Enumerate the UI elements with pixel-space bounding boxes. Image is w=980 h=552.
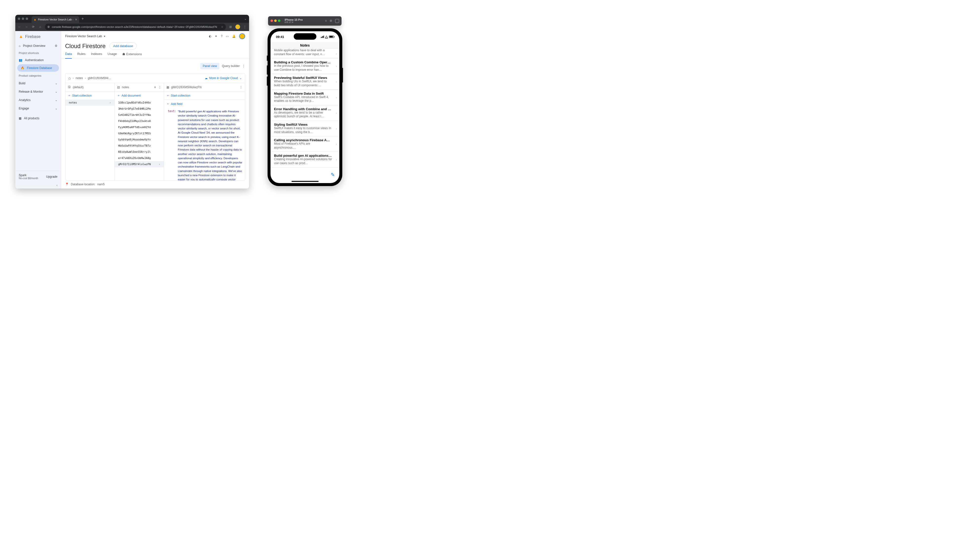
note-cell[interactable]: Build powerful gen AI applications…Creat… xyxy=(270,152,339,167)
start-collection-button[interactable]: ＋Start collection xyxy=(65,91,115,100)
document-id: 1GBsc1pw8Gdfd6uI446o xyxy=(118,101,151,104)
breadcrumb-document[interactable]: gMrO1fIiXM5f4l… xyxy=(88,76,111,80)
note-cell[interactable]: Building a Custom Combine Operat…In the … xyxy=(270,59,339,74)
start-subcollection-button[interactable]: ＋Start collection xyxy=(164,91,245,100)
reload-icon[interactable]: ⟳ xyxy=(31,25,35,29)
simulator-screen-icon[interactable] xyxy=(335,19,339,23)
home-icon[interactable]: ⌂ xyxy=(38,25,42,29)
sidebar-item-all-products[interactable]: ▦ All products xyxy=(15,114,61,122)
breadcrumb-home-icon[interactable]: ⌂ xyxy=(68,76,71,80)
spark-icon[interactable]: ✦ xyxy=(215,35,217,38)
more-menu-icon[interactable]: ⋮ xyxy=(158,86,161,89)
tab-data[interactable]: Data xyxy=(65,52,72,59)
breadcrumb-collection[interactable]: notes xyxy=(76,76,83,80)
note-cell[interactable]: Mobile applications have to deal with a … xyxy=(270,49,339,59)
filter-icon[interactable]: ≡ xyxy=(154,86,156,89)
note-cell[interactable]: Mapping Firestore Data in SwiftSwift's C… xyxy=(270,90,339,105)
notifications-icon[interactable]: 🔔 xyxy=(232,35,236,38)
chevron-down-icon: ⌄ xyxy=(55,98,57,102)
window-traffic-lights[interactable] xyxy=(270,19,282,22)
document-row[interactable]: 3HdrUrDFgS7eE4HRi2Pm xyxy=(115,106,164,112)
chevron-right-icon: › xyxy=(159,163,160,166)
plan-box: Spark No-cost $0/month Upgrade xyxy=(15,171,61,182)
browser-menu-icon[interactable]: ⋮ xyxy=(243,25,247,29)
chevron-down-icon[interactable]: ▾ xyxy=(104,35,105,38)
field-key: text: xyxy=(167,109,176,179)
document-row[interactable]: er47vA8XuZ6vUmHwJA8g xyxy=(115,155,164,161)
project-name[interactable]: Firestore Vector Search Lab xyxy=(65,35,102,38)
address-bar[interactable]: ⚙ console.firebase.google.com/project/fi… xyxy=(45,24,226,30)
document-row[interactable]: 5zK34R271brWt3zZffNa xyxy=(115,112,164,118)
theme-icon[interactable]: ◐ xyxy=(209,35,212,38)
add-document-button[interactable]: ＋Add document xyxy=(115,91,164,100)
document-id: gMrO1fIiXM5f4lolwzFN xyxy=(171,86,202,89)
root-label: (default) xyxy=(73,86,84,89)
phone-power-button xyxy=(342,68,343,82)
more-menu-icon[interactable]: ⋮ xyxy=(239,86,242,89)
more-menu-icon[interactable]: ⋮ xyxy=(242,64,245,68)
sidebar-category-analytics[interactable]: Analytics⌄ xyxy=(15,96,61,104)
add-database-button[interactable]: Add database xyxy=(110,42,137,49)
profile-avatar-icon[interactable]: 🙂 xyxy=(235,24,240,29)
notes-list[interactable]: Mobile applications have to deal with a … xyxy=(270,49,339,183)
iphone-frame: 09:41 ⧋ Notes Mobile applications have t… xyxy=(267,29,342,186)
page-title: Cloud Firestore xyxy=(65,43,105,49)
collapse-sidebar-icon[interactable]: ‹ xyxy=(53,182,61,189)
simulator-screenshot-icon[interactable]: ◎ xyxy=(330,19,332,23)
help-icon[interactable]: ? xyxy=(221,35,223,38)
tab-usage[interactable]: Usage xyxy=(108,52,117,59)
close-tab-icon[interactable]: ✕ xyxy=(75,18,77,21)
tab-indexes[interactable]: Indexes xyxy=(91,52,102,59)
sidebar-item-firestore[interactable]: 🔥 Firestore Database xyxy=(17,64,59,72)
add-field-button[interactable]: ＋Add field xyxy=(164,100,245,108)
firebase-brand[interactable]: ▲ Firebase xyxy=(15,31,61,42)
new-tab-button[interactable]: + xyxy=(79,16,86,21)
home-indicator[interactable] xyxy=(291,181,318,182)
tabbar-chevron-icon[interactable]: ⌄ xyxy=(242,17,249,21)
note-cell[interactable]: Styling SwiftUI ViewsSwiftUI makes it ea… xyxy=(270,121,339,136)
settings-gear-icon[interactable]: ⚙ xyxy=(55,44,57,48)
forward-icon[interactable]: → xyxy=(24,25,29,29)
document-row[interactable]: G9mXWzRgryZR7zt17M5S xyxy=(115,130,164,136)
account-avatar-icon[interactable] xyxy=(239,33,245,39)
docs-icon[interactable]: ▭ xyxy=(226,35,229,38)
sidebar-category-engage[interactable]: Engage⌄ xyxy=(15,104,61,113)
tab-extensions[interactable]: ☗Extensions xyxy=(123,52,142,59)
extensions-icon[interactable]: ⊞ xyxy=(228,25,233,29)
collection-row[interactable]: notes › xyxy=(65,100,115,106)
bookmark-star-icon[interactable]: ☆ xyxy=(221,25,223,29)
browser-tab[interactable]: ▲ Firestore Vector Search Lab - ✕ xyxy=(32,16,79,23)
site-settings-icon[interactable]: ⚙ xyxy=(47,25,50,29)
firebase-flame-icon: ▲ xyxy=(33,18,37,21)
document-row[interactable]: F4h8OdqZ1UMqz23xAto0 xyxy=(115,118,164,124)
chevron-right-icon: › xyxy=(109,101,111,104)
query-builder-button[interactable]: Query builder xyxy=(222,64,240,68)
document-row[interactable]: FyyHOM5aRFTdEvukRZYd xyxy=(115,124,164,130)
back-icon[interactable]: ← xyxy=(17,25,22,29)
window-traffic-lights[interactable] xyxy=(15,17,30,20)
sidebar-category-release[interactable]: Release & Monitor⌄ xyxy=(15,87,61,96)
sidebar-category-build[interactable]: Build⌄ xyxy=(15,79,61,87)
document-id: GybbVqm9jHoaodmwVpYv xyxy=(118,138,151,141)
more-in-cloud-link[interactable]: ☁ More in Google Cloud ⌄ xyxy=(205,76,242,80)
note-cell[interactable]: Calling asynchronous Firebase API…Most o… xyxy=(270,136,339,152)
plan-name: Spark xyxy=(19,173,38,177)
compose-button-icon[interactable]: ✎ xyxy=(331,172,335,178)
note-cell[interactable]: Error Handling with Combine and S…As dev… xyxy=(270,105,339,121)
tab-rules[interactable]: Rules xyxy=(77,52,85,59)
upgrade-link[interactable]: Upgrade xyxy=(46,175,57,178)
dynamic-island xyxy=(294,33,317,40)
note-subtitle: In the previous post, I showed you how t… xyxy=(274,64,336,72)
note-cell[interactable]: Previewing Stateful SwiftUI ViewsWhen bu… xyxy=(270,74,339,89)
document-row[interactable]: HbOuUaPXtHYqSVucTB7z xyxy=(115,143,164,149)
panel-view-button[interactable]: Panel view xyxy=(200,63,220,69)
sidebar-item-overview[interactable]: ⌂ Project Overview xyxy=(19,44,45,48)
document-row[interactable]: RExVp8wWlDeeS5RrryJl xyxy=(115,149,164,155)
field-display[interactable]: text: "Build powerful gen AI application… xyxy=(164,108,245,180)
document-row[interactable]: gMrO1fIiXM5f4lolwzFN› xyxy=(115,161,164,167)
collection-icon: ▤ xyxy=(117,86,120,89)
simulator-home-icon[interactable]: ⌂ xyxy=(325,19,327,23)
document-row[interactable]: GybbVqm9jHoaodmwVpYv xyxy=(115,136,164,143)
sidebar-item-authentication[interactable]: 👥 Authentication xyxy=(15,56,61,64)
document-row[interactable]: 1GBsc1pw8Gdfd6uI446o xyxy=(115,100,164,106)
